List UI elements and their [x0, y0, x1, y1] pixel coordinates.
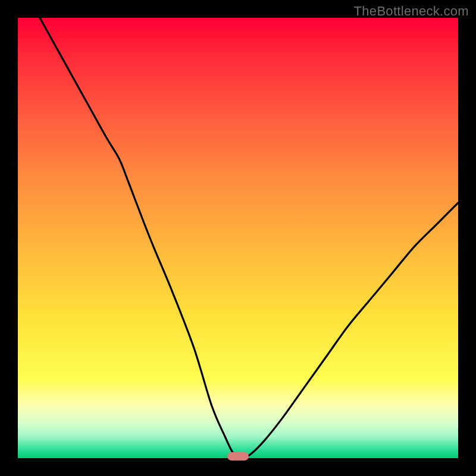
bottleneck-curve	[18, 18, 458, 458]
optimal-marker	[227, 452, 249, 461]
chart-frame: TheBottleneck.com	[0, 0, 476, 476]
watermark-text: TheBottleneck.com	[354, 4, 469, 19]
plot-area	[18, 18, 458, 458]
